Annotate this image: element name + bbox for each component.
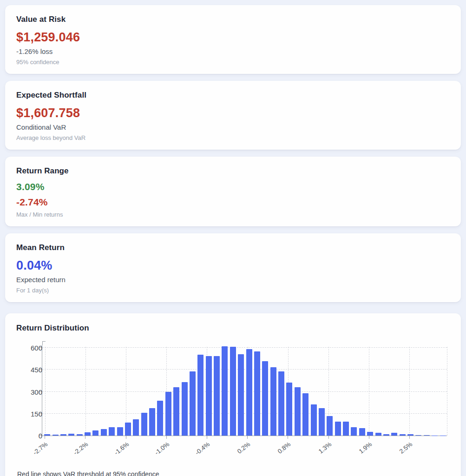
histogram-bar	[53, 435, 59, 436]
histogram-bar	[101, 429, 107, 436]
x-tick	[409, 436, 410, 439]
histogram-chart: 0150300450600 -2.7%-2.2%-1.6%-1.0%-0.4%0…	[42, 345, 447, 463]
histogram-bar	[92, 430, 98, 436]
min-return-value: -2.74%	[16, 197, 450, 208]
shortfall-value: $1,607.758	[16, 106, 450, 120]
histogram-bar	[238, 354, 244, 436]
histogram-bar	[165, 392, 171, 436]
y-tick-label: 0	[23, 432, 42, 440]
x-tick-label: 0.2%	[224, 441, 252, 464]
histogram-bar	[343, 422, 349, 436]
histogram-bars	[43, 345, 447, 436]
mean-return-value: 0.04%	[16, 258, 450, 273]
histogram-bar	[125, 423, 131, 436]
histogram-bar	[182, 382, 188, 436]
y-tick-label: 600	[23, 344, 42, 352]
mean-return-card: Mean Return 0.04% Expected return For 1 …	[5, 233, 461, 302]
histogram-bar	[367, 432, 373, 436]
x-tick	[166, 436, 167, 439]
var-value: $1,259.046	[16, 30, 450, 45]
value-at-risk-card: Value at Risk $1,259.046 -1.26% loss 95%…	[5, 5, 461, 74]
histogram-bar	[85, 432, 91, 436]
y-tick-label: 300	[23, 388, 42, 396]
histogram-bar	[383, 434, 389, 436]
x-tick	[207, 436, 207, 439]
histogram-bar	[391, 433, 397, 436]
shortfall-subtitle: Conditional VaR	[16, 123, 450, 131]
histogram-bar	[133, 419, 139, 436]
mean-return-subtitle: Expected return	[16, 276, 450, 284]
histogram-bar	[109, 427, 115, 436]
histogram-bar	[214, 356, 220, 436]
return-range-card: Return Range 3.09% -2.74% Max / Min retu…	[5, 157, 461, 226]
histogram-bar	[222, 346, 228, 436]
x-tick-label: -1.0%	[143, 441, 171, 464]
histogram-bar	[44, 434, 50, 436]
x-tick	[45, 436, 45, 439]
histogram-bar	[68, 434, 74, 436]
x-tick	[369, 436, 369, 439]
histogram-bar	[311, 404, 317, 436]
histogram-bar	[254, 351, 260, 436]
histogram-bar	[359, 428, 365, 436]
x-tick	[288, 436, 288, 439]
x-tick	[328, 436, 329, 439]
card-title: Return Range	[16, 166, 450, 176]
histogram-bar	[141, 413, 147, 436]
histogram-bar	[190, 371, 196, 436]
card-title: Expected Shortfall	[16, 91, 450, 100]
y-tick-label: 450	[23, 366, 42, 374]
x-tick-label: 1.9%	[345, 441, 373, 464]
expected-shortfall-card: Expected Shortfall $1,607.758 Conditiona…	[5, 81, 461, 150]
histogram-bar	[335, 422, 341, 436]
histogram-bar	[286, 383, 292, 436]
x-tick	[247, 436, 248, 439]
x-tick	[85, 436, 85, 439]
plot-area: 0150300450600	[42, 345, 447, 436]
histogram-bar	[295, 387, 301, 436]
histogram-bar	[149, 408, 155, 436]
histogram-bar	[77, 434, 83, 436]
histogram-bar	[375, 433, 381, 436]
var-confidence: 95% confidence	[16, 59, 450, 66]
histogram-bar	[351, 427, 357, 436]
histogram-bar	[197, 355, 203, 436]
histogram-bar	[415, 435, 421, 436]
x-tick	[126, 436, 126, 439]
histogram-bar	[407, 434, 413, 436]
var-threshold-note: Red line shows VaR threshold at 95% conf…	[17, 470, 450, 476]
mean-return-horizon: For 1 day(s)	[16, 287, 450, 294]
x-tick-label: 0.8%	[264, 441, 292, 464]
plot-right-border	[447, 347, 447, 436]
var-loss-percent: -1.26% loss	[16, 47, 450, 55]
x-tick-label: -1.6%	[102, 441, 130, 464]
x-tick-label: 1.3%	[305, 441, 333, 464]
y-axis-cap	[42, 341, 43, 345]
return-distribution-card: Return Distribution 0150300450600 -2.7%-…	[5, 313, 461, 476]
x-axis: -2.7%-2.2%-1.6%-1.0%-0.4%0.2%0.8%1.3%1.9…	[42, 436, 447, 463]
y-tick-label: 150	[23, 410, 42, 418]
histogram-bar	[302, 393, 308, 436]
histogram-bar	[246, 349, 252, 436]
histogram-bar	[262, 361, 268, 436]
x-tick-label: 2.5%	[386, 441, 413, 464]
x-tick-label: -2.7%	[21, 441, 49, 464]
range-description: Max / Min returns	[16, 211, 450, 218]
shortfall-description: Average loss beyond VaR	[16, 134, 450, 141]
histogram-bar	[327, 416, 333, 436]
histogram-bar	[278, 371, 284, 436]
histogram-bar	[400, 434, 406, 436]
histogram-bar	[270, 367, 276, 436]
x-tick-label: -0.4%	[183, 441, 211, 464]
max-return-value: 3.09%	[16, 181, 450, 192]
card-title: Mean Return	[16, 243, 450, 252]
histogram-bar	[206, 356, 212, 436]
histogram-bar	[117, 427, 123, 436]
histogram-bar	[60, 434, 66, 436]
histogram-bar	[319, 408, 325, 436]
histogram-bar	[230, 347, 236, 436]
chart-title: Return Distribution	[16, 324, 450, 333]
card-title: Value at Risk	[16, 15, 450, 24]
histogram-bar	[173, 387, 179, 436]
histogram-bar	[424, 435, 430, 436]
